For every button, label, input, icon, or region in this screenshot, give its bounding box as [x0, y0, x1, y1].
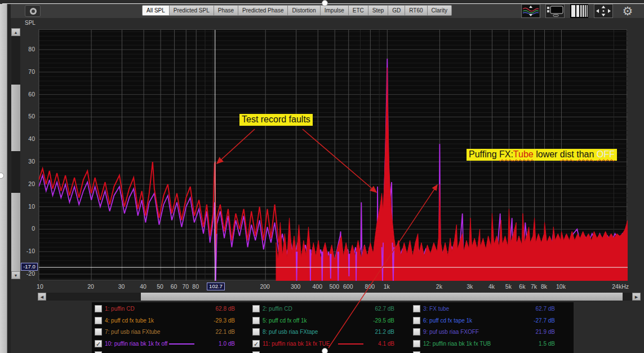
legend-checkbox-5[interactable]: [252, 317, 260, 324]
annotation-puffing-fx-part: Tube: [513, 149, 534, 159]
y-tick-label: 60: [20, 91, 35, 98]
x-tick-label: 800: [365, 283, 375, 290]
tab-step[interactable]: Step: [368, 5, 389, 16]
x-tick-label: 300: [291, 283, 301, 290]
legend-line-sample-10: [169, 343, 194, 345]
legend-checkbox-3[interactable]: [413, 305, 420, 312]
cursor-db-readout: -17.0: [21, 263, 38, 271]
legend-checkbox-1[interactable]: [95, 305, 102, 312]
legend-label-6[interactable]: 6: puff cd fx tape 1k: [423, 317, 472, 324]
legend-label-3[interactable]: 3: FX tube: [423, 306, 449, 312]
legend-checkbox-7[interactable]: [95, 328, 102, 336]
legend-value-6: -27.7 dB: [516, 317, 555, 324]
x-tick-label: 2k: [436, 283, 442, 290]
camera-icon[interactable]: [25, 5, 41, 17]
legend-value-4: -29.3 dB: [196, 317, 235, 324]
annotation-puffing-fx-part: Puffing: [469, 149, 499, 159]
hscroll-track-left[interactable]: [46, 293, 141, 301]
tab-clarity[interactable]: Clarity: [428, 5, 452, 16]
vscroll-down-button[interactable]: ▼: [11, 271, 20, 279]
vscroll-up-button[interactable]: ▲: [11, 28, 20, 36]
legend-label-9[interactable]: 9: puf usb riaa FXOFF: [423, 329, 479, 335]
legend-label-1[interactable]: 1: puffin CD: [105, 306, 135, 312]
graph-tabs: All SPLPredicted SPLPhasePredicted Phase…: [142, 5, 452, 16]
annotation-puffing-fx-part: FX:: [499, 149, 513, 159]
legend-checkbox-6[interactable]: [413, 317, 420, 324]
legend-value-3: 62.7 dB: [516, 306, 555, 312]
tab-etc[interactable]: ETC: [349, 5, 368, 16]
legend-label-10[interactable]: 10: puffin riaa bk 1k fx off: [105, 341, 167, 347]
legend-label-5[interactable]: 5: puff cd fx off 1k: [263, 317, 307, 324]
legend-checkbox-2[interactable]: [252, 305, 260, 312]
x-tick-label: 24kHz: [612, 283, 629, 290]
capture-device-icon[interactable]: [545, 4, 565, 18]
legend-label-4[interactable]: 4: puff cd fx tube 1k: [105, 317, 154, 324]
tab-predicted-spl[interactable]: Predicted SPL: [170, 5, 214, 16]
x-tick-label: 7k: [531, 283, 537, 290]
x-tick-label: 600: [343, 283, 353, 290]
y-tick-label: 80: [20, 46, 35, 52]
y-tick-label: 0: [20, 225, 35, 232]
x-tick-label: 80: [192, 283, 199, 290]
hscroll-thumb[interactable]: [141, 293, 623, 301]
legend-checkbox-12[interactable]: [413, 340, 420, 347]
legend-value-2: 62.7 dB: [355, 306, 394, 312]
x-tick-label: 4k: [488, 283, 495, 290]
y-tick-label: -10: [20, 248, 35, 254]
y-tick-label: 40: [20, 135, 35, 142]
legend-checkbox-9[interactable]: [413, 328, 420, 336]
y-tick-label: 20: [20, 180, 35, 187]
settings-gear-icon[interactable]: ⚙: [618, 4, 637, 18]
hscroll-right-button[interactable]: ▶: [632, 293, 641, 301]
pan-arrows-icon[interactable]: [594, 4, 613, 18]
vscroll-thumb-upper[interactable]: [11, 85, 20, 151]
hscroll-track-right[interactable]: [623, 293, 632, 301]
vscroll-track-upper[interactable]: [11, 36, 20, 85]
x-tick-label: 40: [140, 283, 146, 290]
legend-value-1: 62.8 dB: [196, 306, 235, 312]
y-tick-label: -20: [20, 270, 35, 277]
x-tick-label: 500: [329, 283, 339, 290]
cursor-freq-readout: 102.7: [207, 283, 225, 290]
level-bars-icon[interactable]: [570, 4, 589, 18]
annotation-test-record-faults: Test record faults: [239, 114, 313, 126]
legend-value-12: 1.5 dB: [516, 341, 555, 347]
rew-spl-window: SPL All SPLPredicted SPLPhasePredicted P…: [0, 0, 644, 353]
gear-glyph: ⚙: [623, 5, 633, 17]
legend-checkbox-8[interactable]: [252, 328, 260, 336]
spectrum-overlay-icon[interactable]: [521, 4, 540, 18]
vscroll-track-mid[interactable]: [11, 151, 20, 193]
annotation-puffing-fx-part: lower: [534, 149, 560, 159]
legend-checkbox-10[interactable]: ✓: [95, 340, 102, 347]
legend-label-7[interactable]: 7: puf usb riaa FXtube: [105, 329, 160, 335]
tab-predicted-phase[interactable]: Predicted Phase: [238, 5, 288, 16]
tab-rt60[interactable]: RT60: [405, 5, 427, 16]
trace-purple-spike: [310, 249, 311, 281]
y-tick-label: 50: [20, 113, 35, 120]
legend-checkbox-11[interactable]: ✓: [252, 340, 260, 347]
legend-checkbox-4[interactable]: [95, 317, 102, 324]
legend-label-2[interactable]: 2: puffin CD: [263, 306, 292, 312]
measurement-legend: 1: puffin CD62.8 dB2: puffin CD62.7 dB3:…: [92, 302, 574, 353]
x-tick-label: 30: [118, 283, 125, 290]
legend-value-7: 22.1 dB: [196, 329, 235, 335]
annotation-puffing-fx-part: than: [576, 149, 594, 159]
legend-label-12[interactable]: 12: puffin riaa bk 1k fx TUB: [423, 341, 491, 347]
legend-label-11[interactable]: 11: puffin riaa bk 1k fx TUE: [263, 341, 330, 347]
annotation-puffing-fx-part: dist: [560, 149, 574, 159]
tab-gd[interactable]: GD: [388, 5, 405, 16]
tab-impulse[interactable]: Impulse: [321, 5, 349, 16]
tab-all-spl[interactable]: All SPL: [142, 5, 170, 16]
tab-distortion[interactable]: Distortion: [288, 5, 320, 16]
trace-purple-spike: [296, 251, 297, 281]
y-tick-label: 30: [20, 158, 35, 165]
x-tick-label: 50: [157, 283, 163, 290]
legend-label-8[interactable]: 8: puf usb riaa FXtape: [263, 329, 318, 335]
hscroll-left-button[interactable]: ◀: [38, 293, 46, 301]
x-tick-label: 8k: [541, 283, 547, 290]
tab-phase[interactable]: Phase: [214, 5, 238, 16]
x-tick-label: 60: [171, 283, 177, 290]
selection-handle-bottom[interactable]: [322, 348, 328, 353]
vscroll-thumb-lower[interactable]: [11, 193, 20, 271]
selection-handle-top[interactable]: [322, 0, 328, 6]
